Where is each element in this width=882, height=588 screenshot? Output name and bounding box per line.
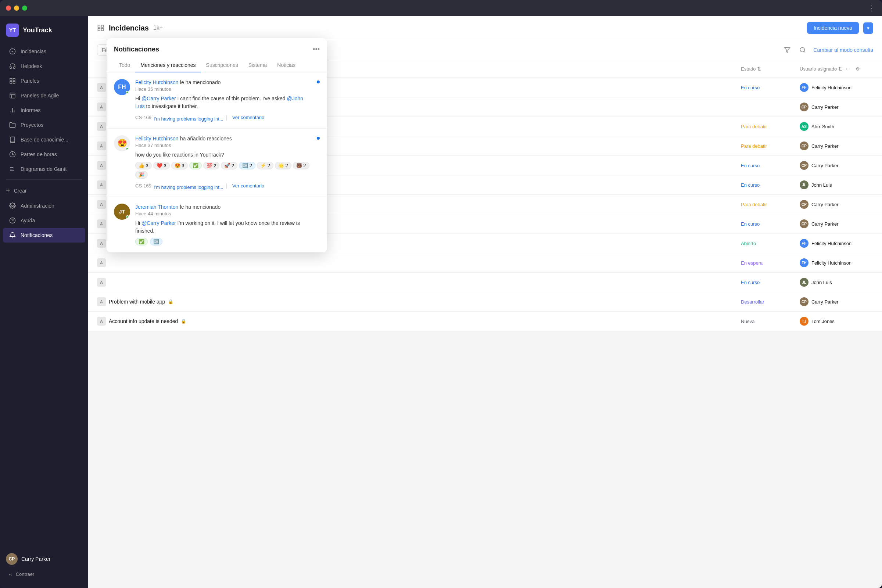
view-comment-link[interactable]: Ver comentario bbox=[232, 115, 264, 120]
notifications-panel: Notificaciones ••• Todo Menciones y reac… bbox=[106, 38, 327, 252]
notif-menu-icon[interactable]: ••• bbox=[313, 46, 320, 53]
new-issue-button[interactable]: Incidencia nueva bbox=[807, 22, 859, 34]
sidebar: YT YouTrack Incidencias Helpdesk bbox=[0, 16, 88, 588]
sidebar-item-notificaciones[interactable]: Notificaciones bbox=[3, 228, 85, 243]
close-button[interactable] bbox=[6, 6, 11, 10]
create-label: Crear bbox=[14, 188, 27, 194]
notif-time: Hace 36 minutos bbox=[135, 86, 312, 92]
online-status-dot bbox=[126, 147, 129, 151]
issue-type-icon: A bbox=[97, 141, 106, 150]
online-status-dot bbox=[126, 91, 129, 94]
table-row[interactable]: A En espera FH Felicity Hutchinson bbox=[88, 253, 882, 273]
table-row[interactable]: A En curso JL John Luis bbox=[88, 273, 882, 292]
mention-carry[interactable]: @Carry Parker bbox=[141, 96, 176, 101]
reaction-thumbs[interactable]: 👍 3 bbox=[135, 162, 152, 170]
sidebar-item-informes[interactable]: Informes bbox=[3, 103, 85, 118]
notif-tab-menciones[interactable]: Menciones y reacciones bbox=[135, 58, 201, 72]
help-icon bbox=[9, 217, 16, 224]
assigned-cell: AS Alex Smith bbox=[800, 122, 873, 131]
header-left: Incidencias 1k+ bbox=[97, 24, 163, 32]
notif-issue-link-row: CS-169 I'm having problems logging int..… bbox=[135, 113, 312, 122]
reaction-100[interactable]: 💯 2 bbox=[203, 162, 220, 170]
status-cell bbox=[741, 104, 800, 110]
notif-time-2: Hace 37 minutos bbox=[135, 142, 312, 148]
issue-link-2[interactable]: I'm having problems logging int... bbox=[154, 184, 224, 190]
notif-tab-suscripciones[interactable]: Suscripciones bbox=[201, 58, 243, 72]
notif-title: Notificaciones bbox=[114, 46, 159, 53]
svg-rect-4 bbox=[13, 82, 15, 83]
reaction-love[interactable]: 😍 3 bbox=[171, 162, 188, 170]
sidebar-item-incidencias[interactable]: Incidencias bbox=[3, 44, 85, 59]
reaction-heart[interactable]: ❤️ 3 bbox=[153, 162, 170, 170]
new-issue-dropdown[interactable]: ▾ bbox=[863, 22, 873, 34]
sidebar-user[interactable]: CP Carry Parker bbox=[3, 550, 85, 568]
sidebar-collapse-button[interactable]: ‹‹ Contraer bbox=[3, 568, 85, 580]
check-circle-icon bbox=[9, 48, 16, 55]
assigned-cell: JL John Luis bbox=[800, 180, 873, 189]
mention-carry-3[interactable]: @Carry Parker bbox=[141, 220, 176, 226]
search-icon-button[interactable] bbox=[798, 45, 807, 55]
reaction-ok[interactable]: 🆗 2 bbox=[239, 162, 255, 170]
page-title: Incidencias bbox=[109, 24, 149, 32]
notif-avatar-felicity: FH bbox=[114, 79, 130, 95]
assigned-name: Carry Parker bbox=[812, 143, 838, 149]
sidebar-item-administracion[interactable]: Administración bbox=[3, 198, 85, 213]
sidebar-item-ayuda[interactable]: Ayuda bbox=[3, 213, 85, 228]
filter-icon-button[interactable] bbox=[782, 45, 792, 55]
status-badge: En curso bbox=[741, 181, 760, 189]
sidebar-item-partes-horas[interactable]: Partes de horas bbox=[3, 147, 85, 162]
sidebar-item-paneles[interactable]: Paneles bbox=[3, 74, 85, 88]
reaction-check[interactable]: ✅ bbox=[189, 162, 202, 170]
status-cell: En espera bbox=[741, 259, 800, 267]
sidebar-divider bbox=[6, 179, 82, 180]
table-row[interactable]: A Account info update is needed 🔒 Nueva … bbox=[88, 312, 882, 331]
notif-tab-todo[interactable]: Todo bbox=[114, 58, 135, 72]
notif-tab-sistema[interactable]: Sistema bbox=[243, 58, 272, 72]
notificaciones-label: Notificaciones bbox=[21, 232, 52, 238]
svg-line-24 bbox=[804, 51, 805, 52]
maximize-button[interactable] bbox=[22, 6, 27, 10]
assigned-name: John Luis bbox=[812, 182, 832, 188]
reaction-bear[interactable]: 🐻 2 bbox=[293, 162, 309, 170]
reaction-star[interactable]: 🌟 2 bbox=[275, 162, 291, 170]
issue-type-icon: A bbox=[97, 219, 106, 228]
query-mode-link[interactable]: Cambiar al modo consulta bbox=[813, 47, 873, 53]
issue-title: A bbox=[97, 258, 741, 267]
view-comment-link-2[interactable]: Ver comentario bbox=[232, 183, 264, 189]
settings-column-button[interactable]: ⚙ bbox=[854, 64, 861, 73]
add-column-button[interactable]: + bbox=[844, 64, 850, 73]
notif-tab-noticias[interactable]: Noticias bbox=[272, 58, 301, 72]
svg-point-23 bbox=[800, 47, 805, 52]
window-menu-icon[interactable]: ⋮ bbox=[868, 4, 876, 12]
notif-content-3: Jeremiah Thornton le ha mencionado Hace … bbox=[135, 204, 320, 246]
assigned-name: Carry Parker bbox=[812, 163, 838, 168]
status-cell: En curso bbox=[741, 83, 800, 92]
sidebar-item-paneles-agile[interactable]: Paneles de Agile bbox=[3, 88, 85, 103]
table-col-assigned: Usuario asignado ⇅ + ⚙ bbox=[800, 64, 873, 73]
notif-author-line-2: Felicity Hutchinson ha añadido reaccione… bbox=[135, 135, 312, 142]
avatar: CP bbox=[800, 297, 808, 306]
sidebar-item-base-conocimiento[interactable]: Base de conocimie... bbox=[3, 132, 85, 147]
header-right: Incidencia nueva ▾ bbox=[807, 22, 873, 34]
reaction-rocket[interactable]: 🚀 2 bbox=[221, 162, 237, 170]
notif-time-3: Hace 44 minutos bbox=[135, 211, 320, 216]
status-badge: Abierto bbox=[741, 239, 756, 248]
reaction-party[interactable]: 🎉 bbox=[135, 171, 148, 178]
issue-type-icon: A bbox=[97, 102, 106, 111]
grid-icon bbox=[9, 77, 16, 84]
notif-header: Notificaciones ••• bbox=[106, 38, 327, 53]
sidebar-item-helpdesk[interactable]: Helpdesk bbox=[3, 59, 85, 74]
sidebar-item-base-conocimiento-label: Base de conocimie... bbox=[21, 137, 68, 142]
avatar: CP bbox=[800, 102, 808, 111]
table-row[interactable]: A Problem with mobile app 🔒 Desarrollar … bbox=[88, 292, 882, 312]
sidebar-create-button[interactable]: + Crear bbox=[0, 183, 88, 198]
minimize-button[interactable] bbox=[14, 6, 19, 10]
sidebar-item-diagramas-gantt[interactable]: Diagramas de Gantt bbox=[3, 162, 85, 176]
reaction-lightning[interactable]: ⚡ 2 bbox=[257, 162, 273, 170]
issue-link[interactable]: I'm having problems logging int... bbox=[154, 116, 224, 122]
sidebar-item-proyectos[interactable]: Proyectos bbox=[3, 118, 85, 132]
gantt-icon bbox=[9, 165, 16, 173]
notif-tabs: Todo Menciones y reacciones Suscripcione… bbox=[106, 58, 327, 72]
issue-type-icon: A bbox=[97, 161, 106, 170]
svg-marker-22 bbox=[784, 47, 790, 52]
